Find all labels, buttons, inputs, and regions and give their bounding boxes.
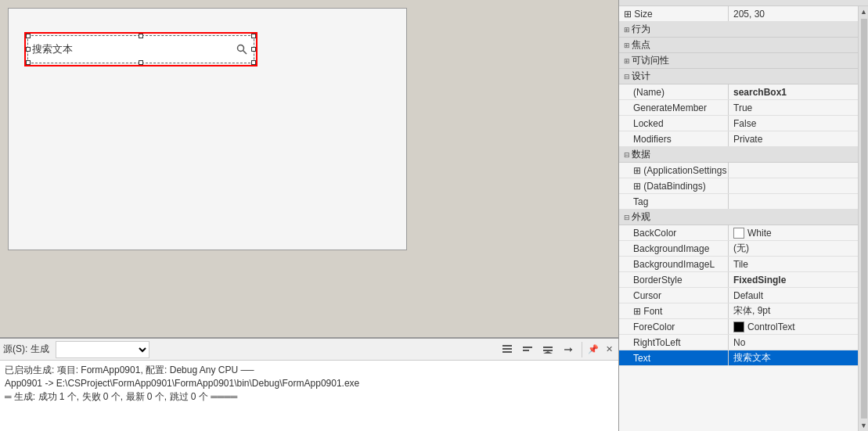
prop-value: FixedSingle [729,272,858,287]
close-panel-icon[interactable]: ✕ [603,343,615,356]
prop-value: No [729,335,858,350]
prop-row[interactable]: BackgroundImageL Tile [619,257,858,272]
toolbar-btn-2[interactable] [519,341,536,358]
prop-value [729,194,858,209]
pin-icon[interactable]: 📌 [587,343,600,356]
toolbar-btn-1[interactable] [499,341,516,358]
section-expand-icon: ⊞ [622,41,632,49]
prop-value: Default [729,288,858,303]
prop-row[interactable]: ForeColor ControlText [619,319,858,335]
prop-row[interactable]: BackgroundImage (无) [619,241,858,257]
svg-rect-7 [543,347,553,348]
prop-row-text[interactable]: Text 搜索文本 [619,350,858,366]
handle-tm[interactable] [139,34,143,38]
output-line-2: App0901 -> E:\CSProject\FormApp0901\Form… [5,377,614,390]
handle-bm[interactable] [139,60,143,65]
section-label: 设计 [632,70,650,83]
prop-value [729,178,858,193]
handle-mr[interactable] [251,47,256,52]
prop-name: Tag [619,194,729,209]
prop-row[interactable]: (Name) searchBox1 [619,84,858,100]
output-toolbar: 源(S): 生成 📌 ✕ [0,339,618,361]
prop-row[interactable]: ⊞ Size 205, 30 [619,6,858,22]
prop-row[interactable]: RightToLeft No [619,335,858,350]
prop-row[interactable]: ⊞ (ApplicationSettings [619,163,858,178]
handle-tr[interactable] [251,34,256,38]
prop-name: GenerateMember [619,100,729,115]
prop-name: ⊞ (DataBindings) [619,178,729,193]
svg-point-0 [238,45,244,52]
prop-row[interactable]: Cursor Default [619,288,858,303]
toolbar-btn-3[interactable] [539,341,556,358]
svg-rect-8 [543,350,553,351]
prop-content: ⊞ Size 205, 30 ⊞ 行为⊞ 焦点⊞ 可访问性⊟ 设计 (Name)… [619,6,858,431]
prop-name: BackColor [619,225,729,240]
prop-value: False [729,116,858,131]
svg-marker-9 [543,351,553,354]
top-scroll[interactable] [619,0,868,6]
prop-section-row[interactable]: ⊞ 可访问性 [619,53,858,69]
section-label: 行为 [632,23,650,36]
scroll-thumb[interactable] [861,19,867,418]
prop-name-text: Text [619,350,729,365]
handle-br[interactable] [251,60,256,65]
prop-row[interactable]: Modifiers Private [619,131,858,147]
prop-value: Tile [729,257,858,271]
prop-value: True [729,100,858,115]
prop-value-text: 搜索文本 [729,350,858,365]
prop-value: Private [729,131,858,146]
prop-row[interactable]: ⊞ Font 宋体, 9pt [619,303,858,319]
svg-line-1 [243,51,247,55]
output-panel: 源(S): 生成 📌 ✕ [0,337,618,431]
toolbar-btn-4[interactable] [560,341,577,358]
prop-row[interactable]: BackColor White [619,225,858,241]
prop-name: Cursor [619,288,729,303]
prop-section-row[interactable]: ⊟ 设计 [619,69,858,84]
handle-tl[interactable] [26,34,31,38]
canvas-body: 搜索文本 [0,0,618,337]
prop-value: White [729,225,858,240]
search-box-inner[interactable]: 搜索文本 [27,35,254,63]
handle-ml[interactable] [26,47,31,52]
prop-row[interactable]: ⊞ (DataBindings) [619,178,858,194]
prop-row[interactable]: GenerateMember True [619,100,858,116]
handle-bl[interactable] [26,60,31,65]
source-dropdown[interactable] [56,341,149,358]
prop-section-row[interactable]: ⊞ 行为 [619,22,858,38]
prop-section-row[interactable]: ⊞ 焦点 [619,38,858,53]
prop-name: ⊞ Size [619,6,729,21]
section-expand-icon: ⊟ [622,214,632,221]
prop-section-row[interactable]: ⊟ 数据 [619,147,858,163]
color-swatch [733,321,744,332]
svg-rect-4 [502,345,512,347]
svg-rect-2 [502,348,512,350]
prop-name: ForeColor [619,319,729,334]
prop-value: (无) [729,241,858,256]
scrollbar[interactable]: ▲ ▼ [858,6,868,431]
section-label: 外观 [632,210,650,224]
prop-row[interactable]: Locked False [619,116,858,131]
prop-name: Locked [619,116,729,131]
divider [582,342,582,357]
prop-section-row[interactable]: ⊟ 外观 [619,210,858,225]
prop-name: BackgroundImage [619,241,729,256]
prop-name: ⊞ (ApplicationSettings [619,163,729,178]
section-label: 焦点 [632,38,650,52]
section-expand-icon: ⊞ [622,57,632,65]
prop-value [729,163,858,178]
prop-value: ControlText [729,319,858,334]
output-content: 已启动生成: 项目: FormApp0901, 配置: Debug Any CP… [0,361,618,431]
scroll-down[interactable]: ▼ [859,420,869,431]
svg-rect-3 [502,351,512,353]
prop-name: BackgroundImageL [619,257,729,271]
section-expand-icon: ⊟ [622,73,632,81]
prop-name: ⊞ Font [619,303,729,318]
scroll-up[interactable]: ▲ [859,6,869,17]
search-box-control[interactable]: 搜索文本 [24,32,258,66]
prop-row[interactable]: Tag [619,194,858,210]
section-label: 数据 [632,148,650,161]
section-label: 可访问性 [632,54,669,67]
design-canvas: 搜索文本 源(S): 生成 [0,0,618,431]
prop-row[interactable]: BorderStyle FixedSingle [619,272,858,288]
output-line-3: ═ 生成: 成功 1 个, 失败 0 个, 最新 0 个, 跳过 0 个 ═══… [5,390,614,404]
